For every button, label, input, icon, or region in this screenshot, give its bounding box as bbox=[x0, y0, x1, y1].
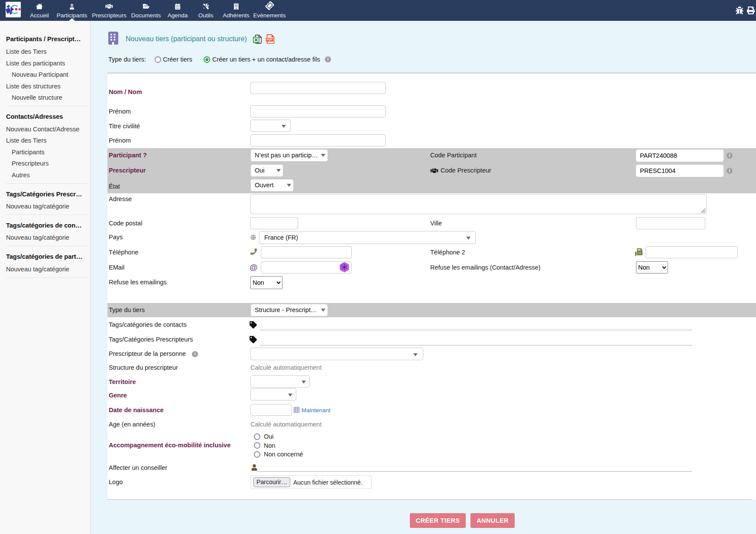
svg-text:PDF: PDF bbox=[266, 38, 273, 41]
